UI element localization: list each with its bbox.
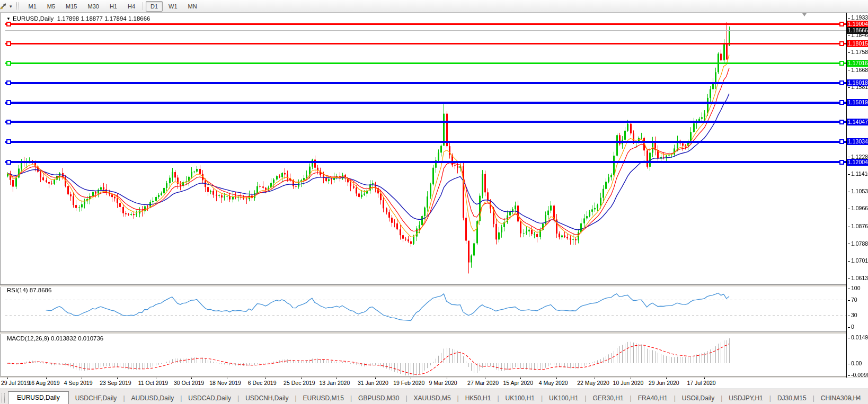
price-badge-1.18666: 1.18666: [847, 27, 868, 34]
date-label-25-Dec-2019: 25 Dec 2019: [284, 380, 315, 386]
timeframe-button-w1[interactable]: W1: [164, 1, 182, 12]
price-tick-1.11410: 1.11410: [848, 170, 868, 177]
chart-tab-usdcnh-daily[interactable]: USDCNH,Daily: [239, 392, 295, 404]
chart-cursor-tool-icon[interactable]: [0, 2, 8, 11]
macd-axis-0.00: 0.00: [848, 360, 862, 366]
collapse-indicator-icon[interactable]: ▼: [6, 16, 11, 21]
tool-dropdown-caret-icon[interactable]: ▾: [10, 4, 12, 9]
timeframe-button-m30[interactable]: M30: [83, 1, 104, 12]
chart-tab-hk50-h1[interactable]: HK50,H1: [459, 392, 498, 404]
timeframe-button-m5[interactable]: M5: [42, 1, 60, 12]
chart-tab-eurusd-daily[interactable]: EURUSD,Daily: [8, 391, 69, 404]
line-handle-right-1.18015[interactable]: [839, 41, 844, 46]
date-tick: [265, 378, 266, 379]
date-tick: [520, 378, 521, 379]
line-handle-right-1.19004[interactable]: [839, 22, 844, 26]
chart-shift-marker[interactable]: [802, 13, 807, 16]
horizontal-line-1.15019[interactable]: [5, 102, 847, 104]
chart-tab-xauusd-m5[interactable]: XAUUSD,M5: [408, 392, 457, 404]
date-label-13-Jan-2020: 13 Jan 2020: [319, 380, 350, 386]
line-handle-left-1.19004[interactable]: [6, 22, 11, 26]
tab-scroll-right-icon[interactable]: ►: [855, 395, 864, 401]
tab-bar-grip[interactable]: [2, 393, 5, 403]
line-handle-right-1.15019[interactable]: [839, 100, 844, 105]
tab-scroll-left-icon[interactable]: ◄: [847, 395, 855, 401]
price-badge-1.14047: 1.14047: [847, 119, 868, 125]
timeframe-button-m15[interactable]: M15: [61, 1, 82, 12]
line-handle-left-1.13034[interactable]: [6, 139, 11, 144]
panel-divider-rsi-macd[interactable]: [0, 331, 868, 334]
chart-tab-gbpusd-m30[interactable]: GBPUSD,M30: [352, 392, 405, 404]
trading-platform-screen: ▾ M1M5M15M30H1H4D1W1MN ▼EURUSD,Daily 1.1…: [0, 0, 868, 404]
date-label-6-Dec-2019: 6 Dec 2019: [248, 380, 277, 386]
date-tick: [704, 378, 705, 379]
price-tick-1.17585: 1.17585: [848, 49, 868, 55]
price-badge-1.18015: 1.18015: [847, 40, 868, 47]
line-handle-right-1.17016[interactable]: [839, 61, 844, 66]
line-handle-right-1.13034[interactable]: [839, 139, 844, 144]
timeframe-button-h4[interactable]: H4: [123, 1, 140, 12]
date-tick: [666, 378, 667, 379]
chart-tab-fra40-h1[interactable]: FRA40,H1: [632, 392, 674, 404]
date-label-4-May-2020: 4 May 2020: [539, 380, 568, 386]
timeframe-button-h1[interactable]: H1: [105, 1, 122, 12]
line-handle-left-1.14047[interactable]: [6, 120, 11, 124]
line-handle-left-1.15019[interactable]: [6, 100, 11, 105]
macd-axis--0.009018: -0.009018: [848, 372, 868, 378]
line-handle-right-1.12004[interactable]: [839, 160, 844, 165]
toolbar-grip[interactable]: [16, 2, 19, 10]
chart-tab-usdjpy-h1[interactable]: USDJPY,H1: [722, 392, 769, 404]
price-tick-1.10535: 1.10535: [848, 188, 868, 194]
date-tick: [7, 378, 8, 379]
date-label-30-Oct-2019: 30 Oct 2019: [174, 380, 204, 386]
line-handle-left-1.12004[interactable]: [6, 160, 11, 165]
line-handle-left-1.16018[interactable]: [6, 80, 11, 85]
date-label-22-May-2020: 22 May 2020: [577, 380, 609, 386]
panel-divider-main-rsi[interactable]: [0, 284, 868, 287]
price-badge-1.19004: 1.19004: [847, 21, 868, 28]
date-tick: [117, 378, 118, 379]
horizontal-line-1.13034[interactable]: [5, 141, 847, 143]
chart-title-symbol: EURUSD,Daily: [13, 15, 54, 22]
date-label-10-Jun-2020: 10 Jun 2020: [613, 380, 644, 386]
date-axis: 29 Jul 201916 Aug 20194 Sep 201923 Sep 2…: [0, 378, 846, 389]
price-badge-1.12004: 1.12004: [847, 159, 868, 166]
horizontal-line-1.18015[interactable]: [5, 43, 847, 44]
timeframe-button-mn[interactable]: MN: [183, 1, 202, 12]
horizontal-line-1.19004[interactable]: [5, 23, 847, 25]
line-handle-right-1.14047[interactable]: [839, 120, 844, 124]
date-label-11-Oct-2019: 11 Oct 2019: [138, 380, 168, 386]
date-tick: [191, 378, 192, 379]
chart-tab-ger30-h1[interactable]: GER30,H1: [587, 392, 630, 404]
line-handle-right-1.16018[interactable]: [839, 80, 844, 85]
horizontal-line-1.12004[interactable]: [5, 161, 847, 163]
date-label-29-Jun-2020: 29 Jun 2020: [649, 380, 679, 386]
timeframe-button-m1[interactable]: M1: [24, 1, 41, 12]
horizontal-line-1.14047[interactable]: [5, 121, 847, 123]
date-tick: [82, 378, 82, 379]
chart-title-quote: 1.17898 1.18877 1.17894 1.18666: [57, 15, 150, 22]
date-label-18-Nov-2019: 18 Nov 2019: [209, 380, 241, 386]
chart-tab-eurusd-m15[interactable]: EURUSD,M15: [297, 392, 350, 404]
horizontal-line-1.16018[interactable]: [5, 82, 847, 84]
current-price-line: [5, 30, 847, 31]
date-tick: [227, 378, 227, 379]
chart-tab-uk100-h1[interactable]: UK100,H1: [543, 392, 584, 404]
tab-scroll-arrows[interactable]: ◄►: [847, 395, 864, 401]
line-handle-left-1.18015[interactable]: [6, 41, 11, 46]
chart-tab-uk100-h1[interactable]: UK100,H1: [499, 392, 541, 404]
chart-tab-usdchf-daily[interactable]: USDCHF,Daily: [69, 392, 123, 404]
price-badge-1.16018: 1.16018: [847, 79, 868, 86]
timeframe-button-d1[interactable]: D1: [146, 1, 163, 12]
chart-tab-dj30-m15[interactable]: DJ30,M15: [771, 392, 813, 404]
horizontal-line-1.17016[interactable]: [5, 62, 847, 64]
price-tick-1.07885: 1.07885: [848, 240, 868, 247]
chart-title: ▼EURUSD,Daily 1.17898 1.18877 1.17894 1.…: [6, 15, 150, 22]
chart-tab-audusd-daily[interactable]: AUDUSD,Daily: [125, 392, 181, 404]
date-tick: [556, 378, 557, 379]
line-handle-left-1.17016[interactable]: [6, 61, 11, 66]
date-label-9-Mar-2020: 9 Mar 2020: [429, 380, 457, 386]
chart-tab-usoil-daily[interactable]: USOil,Daily: [676, 392, 721, 404]
chart-tab-usdcad-daily[interactable]: USDCAD,Daily: [182, 392, 237, 404]
date-label-23-Sep-2019: 23 Sep 2019: [100, 380, 131, 386]
